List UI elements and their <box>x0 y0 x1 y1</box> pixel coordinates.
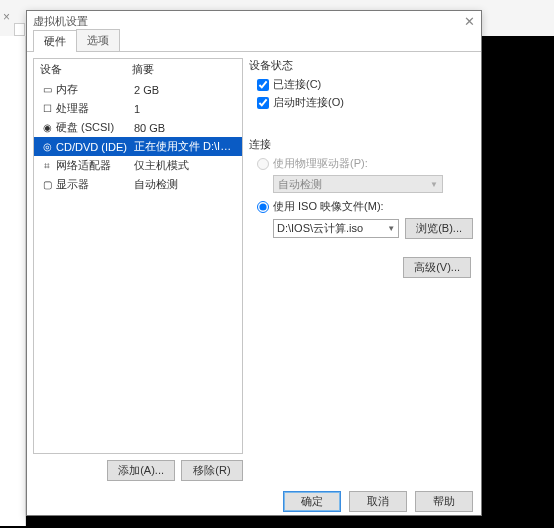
iso-file-radio[interactable] <box>257 201 269 213</box>
device-row[interactable]: ⌗网络适配器仅主机模式 <box>34 156 242 175</box>
device-status-title: 设备状态 <box>249 58 473 73</box>
display-icon: ▢ <box>40 179 54 190</box>
device-summary: 1 <box>134 103 236 115</box>
physical-drive-radio <box>257 158 269 170</box>
ok-button[interactable]: 确定 <box>283 491 341 512</box>
device-summary: 80 GB <box>134 122 236 134</box>
connected-checkbox[interactable] <box>257 79 269 91</box>
device-name: 硬盘 (SCSI) <box>56 120 134 135</box>
device-row[interactable]: ▢显示器自动检测 <box>34 175 242 194</box>
chevron-down-icon[interactable]: ▼ <box>387 224 395 233</box>
vm-settings-dialog: 虚拟机设置 ✕ 硬件 选项 设备 摘要 ▭内存2 GB☐处理器1◉硬盘 (SCS… <box>26 10 482 516</box>
device-summary: 2 GB <box>134 84 236 96</box>
device-summary: 仅主机模式 <box>134 158 236 173</box>
remove-button[interactable]: 移除(R) <box>181 460 243 481</box>
device-name: 处理器 <box>56 101 134 116</box>
chevron-down-icon: ▼ <box>430 180 438 189</box>
add-button[interactable]: 添加(A)... <box>107 460 175 481</box>
connect-on-start-label: 启动时连接(O) <box>273 95 344 110</box>
connected-checkbox-row[interactable]: 已连接(C) <box>249 77 473 92</box>
connected-label: 已连接(C) <box>273 77 321 92</box>
browse-button[interactable]: 浏览(B)... <box>405 218 473 239</box>
connect-on-start-checkbox[interactable] <box>257 97 269 109</box>
device-summary: 正在使用文件 D:\IOS\云计算... <box>134 139 236 154</box>
close-icon[interactable]: ✕ <box>464 14 475 29</box>
window-title: 虚拟机设置 <box>33 14 464 29</box>
physical-drive-combo: 自动检测 ▼ <box>273 175 443 193</box>
connect-on-start-row[interactable]: 启动时连接(O) <box>249 95 473 110</box>
device-list-header: 设备 摘要 <box>34 59 242 80</box>
tabstrip: 硬件 选项 <box>27 31 481 52</box>
advanced-button[interactable]: 高级(V)... <box>403 257 471 278</box>
device-list[interactable]: 设备 摘要 ▭内存2 GB☐处理器1◉硬盘 (SCSI)80 GB◎CD/DVD… <box>33 58 243 454</box>
iso-file-row[interactable]: 使用 ISO 映像文件(M): <box>249 199 473 214</box>
column-device: 设备 <box>40 62 132 77</box>
titlebar: 虚拟机设置 ✕ <box>27 11 481 31</box>
cancel-button[interactable]: 取消 <box>349 491 407 512</box>
device-summary: 自动检测 <box>134 177 236 192</box>
physical-drive-row: 使用物理驱动器(P): <box>249 156 473 171</box>
tab-hardware[interactable]: 硬件 <box>33 30 77 52</box>
column-summary: 摘要 <box>132 62 236 77</box>
device-name: 显示器 <box>56 177 134 192</box>
cpu-icon: ☐ <box>40 103 54 114</box>
device-name: CD/DVD (IDE) <box>56 141 134 153</box>
iso-file-label: 使用 ISO 映像文件(M): <box>273 199 384 214</box>
physical-drive-label: 使用物理驱动器(P): <box>273 156 368 171</box>
network-icon: ⌗ <box>40 160 54 172</box>
tab-options[interactable]: 选项 <box>76 29 120 51</box>
device-name: 网络适配器 <box>56 158 134 173</box>
disk-icon: ◉ <box>40 122 54 133</box>
help-button[interactable]: 帮助 <box>415 491 473 512</box>
device-row[interactable]: ☐处理器1 <box>34 99 242 118</box>
outer-close-icon: × <box>3 10 10 24</box>
device-row[interactable]: ◉硬盘 (SCSI)80 GB <box>34 118 242 137</box>
iso-path-value: D:\IOS\云计算.iso <box>277 221 363 236</box>
memory-icon: ▭ <box>40 84 54 95</box>
tab-stub <box>14 23 25 36</box>
cd-icon: ◎ <box>40 141 54 152</box>
connection-title: 连接 <box>249 137 473 152</box>
device-name: 内存 <box>56 82 134 97</box>
physical-drive-combo-value: 自动检测 <box>278 177 322 192</box>
device-row[interactable]: ▭内存2 GB <box>34 80 242 99</box>
device-row[interactable]: ◎CD/DVD (IDE)正在使用文件 D:\IOS\云计算... <box>34 137 242 156</box>
iso-path-combo[interactable]: D:\IOS\云计算.iso ▼ <box>273 219 399 238</box>
